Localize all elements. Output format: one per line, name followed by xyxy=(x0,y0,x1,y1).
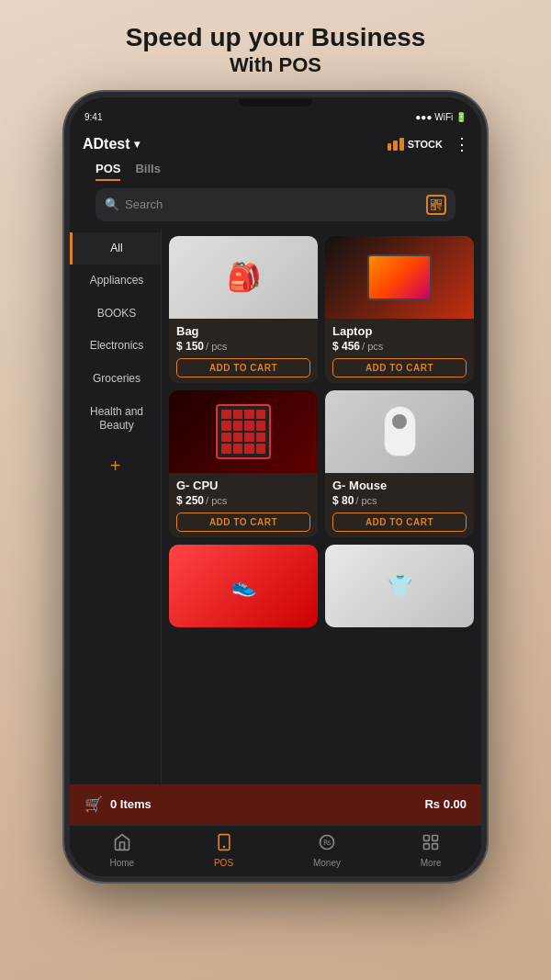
headline-sub: With POS xyxy=(126,53,426,77)
stock-label: STOCK xyxy=(408,139,443,150)
add-to-cart-cpu[interactable]: ADD TO CART xyxy=(176,513,310,532)
add-to-cart-bag[interactable]: ADD TO CART xyxy=(176,358,310,377)
cart-left: 🛒 0 Items xyxy=(84,795,152,813)
pos-icon xyxy=(215,833,233,856)
sidebar-item-appliances[interactable]: Appliances xyxy=(70,265,161,298)
add-category-button[interactable]: + xyxy=(70,446,161,486)
cpu-image xyxy=(169,390,318,473)
app-headline: Speed up your Business With POS xyxy=(107,0,444,92)
product-info-bag: Bag $ 150 / pcs ADD TO CART xyxy=(169,319,318,383)
sidebar-item-groceries[interactable]: Groceries xyxy=(70,363,161,396)
bottom-navigation: Home POS ₨ Money xyxy=(70,825,481,876)
app-header: ADtest ▾ STOCK ⋮ PO xyxy=(70,127,481,229)
sidebar-item-books[interactable]: BOOKS xyxy=(70,298,161,331)
main-content: All Appliances BOOKS Electronics Groceri… xyxy=(70,229,481,784)
cpu-chip-graphic xyxy=(216,404,271,459)
price-value-bag: $ 150 xyxy=(176,340,204,353)
header-right: STOCK ⋮ xyxy=(388,134,468,154)
product-card-bag: 🎒 Bag $ 150 / pcs ADD TO CART xyxy=(169,236,318,383)
laptop-screen xyxy=(367,254,432,300)
search-bar[interactable]: 🔍 Search xyxy=(96,188,455,221)
nav-label-more: More xyxy=(421,858,442,868)
nav-item-money[interactable]: ₨ Money xyxy=(313,833,341,868)
products-grid: 🎒 Bag $ 150 / pcs ADD TO CART xyxy=(162,229,481,784)
product-price-laptop: $ 456 / pcs xyxy=(332,340,467,353)
bag-image: 🎒 xyxy=(169,236,318,319)
product-price-cpu: $ 250 / pcs xyxy=(176,494,310,507)
sidebar-item-electronics[interactable]: Electronics xyxy=(70,330,161,363)
product-name-cpu: G- CPU xyxy=(176,479,310,492)
product-image-cloth: 👕 xyxy=(325,545,474,627)
price-value-cpu: $ 250 xyxy=(176,494,204,507)
more-options-icon[interactable]: ⋮ xyxy=(454,134,468,154)
tab-pos[interactable]: POS xyxy=(96,162,120,181)
app-screen: 9:41 ●●● WiFi 🔋 ADtest ▾ STOC xyxy=(70,108,481,876)
svg-rect-5 xyxy=(433,208,433,208)
svg-text:₨: ₨ xyxy=(322,839,331,847)
time-display: 9:41 xyxy=(84,112,102,122)
product-name-laptop: Laptop xyxy=(332,324,467,338)
qr-scan-icon[interactable] xyxy=(426,195,446,215)
product-image-laptop xyxy=(325,236,474,319)
svg-rect-3 xyxy=(433,201,433,202)
product-name-mouse: G- Mouse xyxy=(332,479,467,492)
svg-rect-13 xyxy=(424,836,430,841)
product-info-mouse: G- Mouse $ 80 / pcs ADD TO CART xyxy=(325,473,474,537)
price-unit-cpu: / pcs xyxy=(206,495,227,506)
svg-rect-4 xyxy=(439,201,440,202)
price-unit-laptop: / pcs xyxy=(362,341,383,352)
nav-item-pos[interactable]: POS xyxy=(214,833,233,868)
search-icon: 🔍 xyxy=(105,197,119,211)
product-image-mouse xyxy=(325,390,474,473)
product-card-shoe: 👟 xyxy=(169,545,318,627)
nav-label-money: Money xyxy=(313,858,341,868)
product-info-laptop: Laptop $ 456 / pcs ADD TO CART xyxy=(325,319,474,383)
svg-rect-14 xyxy=(433,836,438,841)
phone-notch xyxy=(239,99,312,107)
stock-icon xyxy=(388,138,404,151)
add-to-cart-mouse[interactable]: ADD TO CART xyxy=(332,513,467,532)
svg-rect-15 xyxy=(424,844,430,850)
price-value-laptop: $ 456 xyxy=(332,340,360,353)
price-unit-mouse: / pcs xyxy=(355,495,377,506)
cloth-image: 👕 xyxy=(325,545,474,627)
mouse-image xyxy=(325,390,474,473)
cart-icon: 🛒 xyxy=(84,795,103,813)
nav-label-pos: POS xyxy=(214,858,233,868)
money-icon: ₨ xyxy=(318,833,336,856)
product-card-cpu: G- CPU $ 250 / pcs ADD TO CART xyxy=(169,390,318,537)
product-info-cpu: G- CPU $ 250 / pcs ADD TO CART xyxy=(169,473,318,537)
product-price-bag: $ 150 / pcs xyxy=(176,340,310,353)
nav-item-home[interactable]: Home xyxy=(109,833,134,868)
price-value-mouse: $ 80 xyxy=(332,494,354,507)
tab-bills[interactable]: Bills xyxy=(135,162,160,181)
chevron-down-icon: ▾ xyxy=(134,138,140,151)
phone-frame: 9:41 ●●● WiFi 🔋 ADtest ▾ STOC xyxy=(64,92,487,882)
sidebar-item-health-beauty[interactable]: Health and Beauty xyxy=(70,396,161,443)
status-bar: 9:41 ●●● WiFi 🔋 xyxy=(70,108,481,127)
store-name: ADtest xyxy=(83,136,130,152)
cart-bar[interactable]: 🛒 0 Items Rs 0.00 xyxy=(70,784,481,825)
store-title[interactable]: ADtest ▾ xyxy=(83,136,140,152)
shoe-image: 👟 xyxy=(169,545,318,627)
add-to-cart-laptop[interactable]: ADD TO CART xyxy=(332,358,467,377)
stock-button[interactable]: STOCK xyxy=(388,138,443,151)
mouse-logo xyxy=(392,414,407,429)
product-card-laptop: Laptop $ 456 / pcs ADD TO CART xyxy=(325,236,474,383)
cart-items-count: 0 Items xyxy=(110,797,152,811)
more-grid-icon xyxy=(422,833,440,856)
headline-main: Speed up your Business xyxy=(126,22,426,53)
signal-display: ●●● WiFi 🔋 xyxy=(415,112,467,122)
category-sidebar: All Appliances BOOKS Electronics Groceri… xyxy=(70,229,162,784)
product-name-bag: Bag xyxy=(176,324,310,338)
product-card-mouse: G- Mouse $ 80 / pcs ADD TO CART xyxy=(325,390,474,537)
product-image-shoe: 👟 xyxy=(169,545,318,627)
price-unit-bag: / pcs xyxy=(206,341,227,352)
nav-item-more[interactable]: More xyxy=(421,833,442,868)
sidebar-item-all[interactable]: All xyxy=(70,232,161,265)
phone-top-bar xyxy=(70,97,481,108)
cart-total: Rs 0.00 xyxy=(424,797,467,811)
search-input[interactable]: Search xyxy=(125,197,421,211)
home-icon xyxy=(113,833,131,856)
laptop-image xyxy=(325,236,474,319)
